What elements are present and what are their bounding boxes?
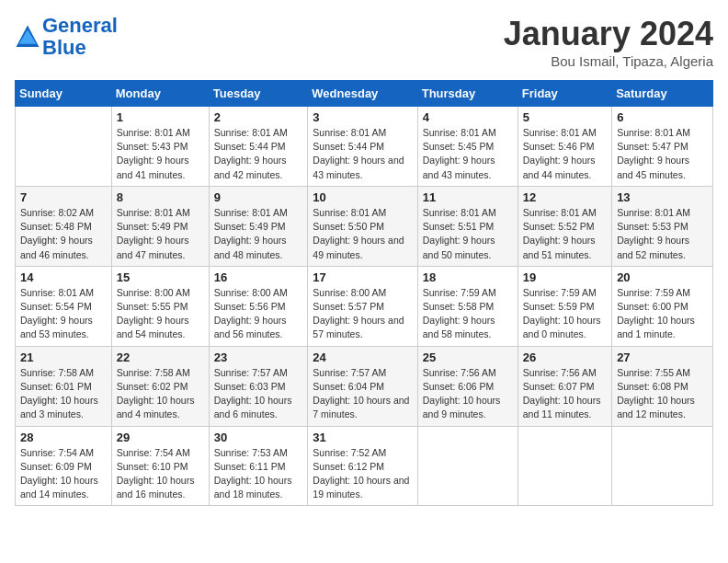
sunrise-text: Sunrise: 8:01 AM — [20, 286, 107, 300]
table-row: 11Sunrise: 8:01 AMSunset: 5:51 PMDayligh… — [417, 186, 518, 266]
table-row: 6Sunrise: 8:01 AMSunset: 5:47 PMDaylight… — [612, 107, 713, 187]
day-info: Sunrise: 7:59 AMSunset: 6:00 PMDaylight:… — [617, 286, 708, 342]
col-tuesday: Tuesday — [209, 81, 308, 107]
sunrise-text: Sunrise: 7:58 AM — [20, 366, 107, 380]
calendar-week-row: 7Sunrise: 8:02 AMSunset: 5:48 PMDaylight… — [16, 186, 713, 266]
day-number: 3 — [313, 110, 412, 124]
day-number: 1 — [117, 110, 204, 124]
table-row: 9Sunrise: 8:01 AMSunset: 5:49 PMDaylight… — [209, 186, 308, 266]
day-info: Sunrise: 7:58 AMSunset: 6:02 PMDaylight:… — [117, 366, 204, 422]
day-info: Sunrise: 7:58 AMSunset: 6:01 PMDaylight:… — [20, 366, 107, 422]
day-number: 26 — [523, 350, 607, 364]
sunset-text: Sunset: 6:00 PM — [617, 300, 708, 314]
sunset-text: Sunset: 6:12 PM — [313, 460, 412, 474]
daylight-text: Daylight: 10 hours and 18 minutes. — [214, 474, 303, 501]
sunrise-text: Sunrise: 7:53 AM — [214, 446, 303, 460]
day-info: Sunrise: 8:00 AMSunset: 5:56 PMDaylight:… — [214, 286, 303, 342]
sunset-text: Sunset: 6:08 PM — [617, 380, 708, 394]
title-block: January 2024 Bou Ismail, Tipaza, Algeria — [504, 15, 713, 69]
sunrise-text: Sunrise: 7:55 AM — [617, 366, 708, 380]
table-row: 29Sunrise: 7:54 AMSunset: 6:10 PMDayligh… — [111, 426, 209, 506]
daylight-text: Daylight: 10 hours and 16 minutes. — [117, 474, 204, 501]
day-info: Sunrise: 7:56 AMSunset: 6:06 PMDaylight:… — [423, 366, 513, 422]
day-info: Sunrise: 7:55 AMSunset: 6:08 PMDaylight:… — [617, 366, 708, 422]
sunset-text: Sunset: 6:01 PM — [20, 380, 107, 394]
table-row: 12Sunrise: 8:01 AMSunset: 5:52 PMDayligh… — [518, 186, 611, 266]
daylight-text: Daylight: 9 hours and 46 minutes. — [20, 234, 107, 261]
table-row: 18Sunrise: 7:59 AMSunset: 5:58 PMDayligh… — [417, 266, 518, 346]
sunset-text: Sunset: 6:02 PM — [117, 380, 204, 394]
day-number: 10 — [313, 190, 412, 204]
sunrise-text: Sunrise: 7:59 AM — [523, 286, 607, 300]
day-info: Sunrise: 7:59 AMSunset: 5:59 PMDaylight:… — [523, 286, 607, 342]
sunrise-text: Sunrise: 8:01 AM — [617, 126, 708, 140]
day-number: 20 — [617, 270, 708, 284]
day-number: 29 — [117, 431, 204, 444]
sunrise-text: Sunrise: 8:01 AM — [214, 126, 303, 140]
day-number: 12 — [523, 190, 607, 204]
day-number: 11 — [423, 190, 513, 204]
table-row: 14Sunrise: 8:01 AMSunset: 5:54 PMDayligh… — [16, 266, 112, 346]
day-info: Sunrise: 8:00 AMSunset: 5:55 PMDaylight:… — [117, 286, 204, 342]
day-number: 31 — [313, 431, 412, 444]
table-row: 31Sunrise: 7:52 AMSunset: 6:12 PMDayligh… — [308, 426, 417, 506]
daylight-text: Daylight: 10 hours and 7 minutes. — [313, 394, 412, 421]
daylight-text: Daylight: 10 hours and 12 minutes. — [617, 394, 708, 421]
daylight-text: Daylight: 9 hours and 58 minutes. — [423, 314, 513, 341]
daylight-text: Daylight: 9 hours and 56 minutes. — [214, 314, 303, 341]
day-info: Sunrise: 8:01 AMSunset: 5:44 PMDaylight:… — [214, 126, 303, 182]
day-info: Sunrise: 8:01 AMSunset: 5:50 PMDaylight:… — [313, 206, 412, 262]
day-number: 27 — [617, 350, 708, 364]
day-number: 23 — [214, 350, 303, 364]
day-number: 13 — [617, 190, 708, 204]
daylight-text: Daylight: 10 hours and 1 minute. — [617, 314, 708, 341]
sunset-text: Sunset: 5:43 PM — [117, 140, 204, 154]
day-number: 21 — [20, 350, 107, 364]
sunrise-text: Sunrise: 7:54 AM — [117, 446, 204, 460]
sunrise-text: Sunrise: 8:00 AM — [214, 286, 303, 300]
sunrise-text: Sunrise: 8:01 AM — [617, 206, 708, 220]
col-saturday: Saturday — [612, 81, 713, 107]
sunrise-text: Sunrise: 7:59 AM — [617, 286, 708, 300]
day-number: 28 — [20, 431, 107, 444]
daylight-text: Daylight: 9 hours and 43 minutes. — [313, 154, 412, 181]
day-number: 19 — [523, 270, 607, 284]
sunset-text: Sunset: 5:57 PM — [313, 300, 412, 314]
sunset-text: Sunset: 5:48 PM — [20, 220, 107, 234]
sunset-text: Sunset: 5:45 PM — [423, 140, 513, 154]
daylight-text: Daylight: 9 hours and 53 minutes. — [20, 314, 107, 341]
daylight-text: Daylight: 10 hours and 11 minutes. — [523, 394, 607, 421]
sunrise-text: Sunrise: 8:01 AM — [313, 206, 412, 220]
page-header: General Blue January 2024 Bou Ismail, Ti… — [15, 15, 713, 69]
sunset-text: Sunset: 5:46 PM — [523, 140, 607, 154]
sunset-text: Sunset: 5:56 PM — [214, 300, 303, 314]
day-info: Sunrise: 8:01 AMSunset: 5:49 PMDaylight:… — [117, 206, 204, 262]
daylight-text: Daylight: 9 hours and 48 minutes. — [214, 234, 303, 261]
day-info: Sunrise: 8:00 AMSunset: 5:57 PMDaylight:… — [313, 286, 412, 342]
table-row: 22Sunrise: 7:58 AMSunset: 6:02 PMDayligh… — [111, 346, 209, 426]
sunset-text: Sunset: 5:55 PM — [117, 300, 204, 314]
day-number: 25 — [423, 350, 513, 364]
table-row: 16Sunrise: 8:00 AMSunset: 5:56 PMDayligh… — [209, 266, 308, 346]
sunrise-text: Sunrise: 7:56 AM — [523, 366, 607, 380]
table-row — [612, 426, 713, 506]
col-friday: Friday — [518, 81, 611, 107]
day-number: 9 — [214, 190, 303, 204]
sunset-text: Sunset: 6:06 PM — [423, 380, 513, 394]
sunrise-text: Sunrise: 7:56 AM — [423, 366, 513, 380]
sunrise-text: Sunrise: 8:00 AM — [117, 286, 204, 300]
sunset-text: Sunset: 6:11 PM — [214, 460, 303, 474]
sunset-text: Sunset: 5:49 PM — [117, 220, 204, 234]
day-info: Sunrise: 7:57 AMSunset: 6:04 PMDaylight:… — [313, 366, 412, 422]
day-info: Sunrise: 8:01 AMSunset: 5:52 PMDaylight:… — [523, 206, 607, 262]
day-number: 14 — [20, 270, 107, 284]
day-number: 15 — [117, 270, 204, 284]
day-info: Sunrise: 8:01 AMSunset: 5:49 PMDaylight:… — [214, 206, 303, 262]
daylight-text: Daylight: 10 hours and 19 minutes. — [313, 474, 412, 501]
day-number: 16 — [214, 270, 303, 284]
sunset-text: Sunset: 5:54 PM — [20, 300, 107, 314]
day-info: Sunrise: 8:01 AMSunset: 5:45 PMDaylight:… — [423, 126, 513, 182]
table-row: 19Sunrise: 7:59 AMSunset: 5:59 PMDayligh… — [518, 266, 611, 346]
day-number: 6 — [617, 110, 708, 124]
calendar-week-row: 14Sunrise: 8:01 AMSunset: 5:54 PMDayligh… — [16, 266, 713, 346]
